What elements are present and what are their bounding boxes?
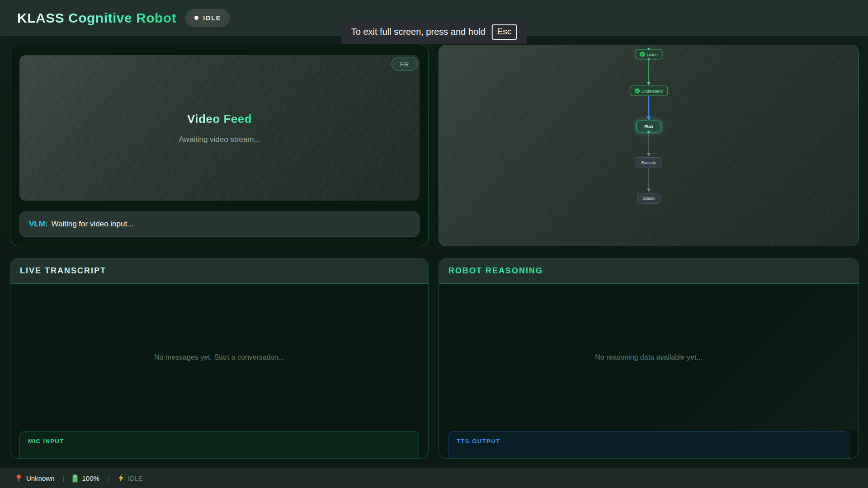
mic-input-box: MIC INPUT [19,431,419,459]
esc-key: Esc [492,24,517,40]
app-title-primary: KLASS [17,10,64,25]
flow-node-plan[interactable]: Plan [636,121,661,132]
fullscreen-exit-toast: To exit full screen, press and hold Esc [341,20,527,44]
app-title-secondary: Cognitive Robot [64,10,176,25]
vlm-label: VLM: [29,220,48,229]
mic-input-label: MIC INPUT [28,438,64,445]
video-feed-subtitle: Awaiting video stream... [179,135,260,144]
vlm-status-bar: VLM: Waiting for video input... [19,211,420,237]
flow-node-label: Understand [642,89,663,93]
vlm-message: Waiting for video input... [52,220,134,229]
battery-icon [72,474,78,483]
reasoning-content-area[interactable]: No reasoning data available yet... [439,284,859,431]
transcript-message-list[interactable]: No messages yet. Start a conversation... [10,284,428,431]
live-transcript-panel: LIVE TRANSCRIPT No messages yet. Start a… [10,258,429,459]
flow-node-label: Speak [643,196,655,201]
flow-node-label: Execute [642,160,656,165]
check-circle-icon: ✓ [635,89,640,94]
robot-reasoning-header: ROBOT REASONING [439,258,859,284]
transcript-empty-message: No messages yet. Start a conversation... [154,353,284,361]
status-badge-label: IDLE [203,14,221,22]
live-transcript-header: LIVE TRANSCRIPT [10,258,428,284]
status-dot-icon [194,16,198,20]
video-feed-title: Video Feed [187,112,252,126]
flow-node-speak[interactable]: Speak [637,193,660,204]
separator: | [108,474,109,482]
status-bar: Unknown | 100% | IDLE [0,468,868,488]
robot-reasoning-panel: ROBOT REASONING No reasoning data availa… [439,258,859,459]
separator: | [63,474,65,482]
flow-node-understand[interactable]: ✓ Understand [630,86,668,96]
fullscreen-exit-message: To exit full screen, press and hold [351,27,486,37]
location-status: Unknown [15,474,55,482]
battery-status: 100% [72,474,99,483]
tts-output-box: TTS OUTPUT [448,431,849,459]
power-state-value: IDLE [128,474,143,482]
flow-node-label: Listen [646,52,657,56]
cognitive-flow-panel: ✓ Listen ✓ Understand Plan Execute Speak [439,45,859,246]
reasoning-empty-message: No reasoning data available yet... [595,353,702,361]
flow-canvas[interactable]: ✓ Listen ✓ Understand Plan Execute Speak [439,45,859,246]
lightning-bolt-icon [118,474,124,482]
location-pin-icon [15,474,22,482]
check-circle-icon: ✓ [640,52,645,57]
video-feed-area: FR Video Feed Awaiting video stream... [19,55,420,201]
power-state-status: IDLE [118,474,143,482]
app-title: KLASS Cognitive Robot [17,10,176,26]
frame-rate-badge: FR [392,57,418,71]
flow-node-listen[interactable]: ✓ Listen [635,49,662,60]
live-transcript-title: LIVE TRANSCRIPT [20,266,106,276]
video-feed-panel: FR Video Feed Awaiting video stream... V… [10,45,429,246]
tts-output-label: TTS OUTPUT [457,438,500,445]
battery-value: 100% [82,474,99,482]
flow-edges [439,45,859,246]
flow-node-label: Plan [644,124,653,129]
location-value: Unknown [26,474,55,482]
main-grid: FR Video Feed Awaiting video stream... V… [10,45,859,459]
status-badge: IDLE [185,9,230,27]
flow-node-execute[interactable]: Execute [636,157,662,168]
robot-reasoning-title: ROBOT REASONING [448,266,543,276]
